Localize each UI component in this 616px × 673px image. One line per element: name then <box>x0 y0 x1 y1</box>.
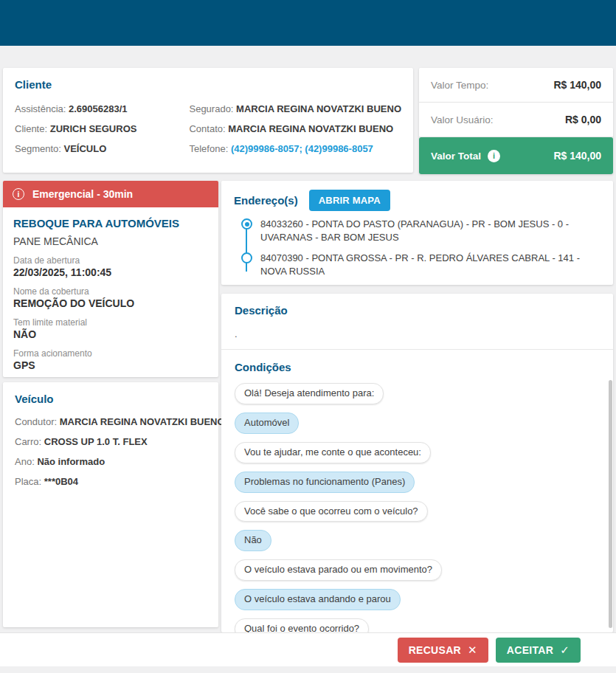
info-icon[interactable]: i <box>488 150 500 162</box>
recusar-button[interactable]: RECUSAR ✕ <box>398 638 488 663</box>
open-date-field: Data de abertura 22/03/2025, 11:00:45 <box>13 255 208 278</box>
section-divider <box>221 349 613 350</box>
material-limit-field: Tem limite material NÃO <box>13 317 208 340</box>
chat-answer-bubble: Automóvel <box>235 413 299 434</box>
plate-row: Placa: ***0B04 <box>15 472 207 491</box>
aceitar-button[interactable]: ACEITAR ✓ <box>496 638 581 663</box>
origin-marker-icon <box>241 218 252 229</box>
origin-address: 84033260 - PONTA DO PASTO (PARANAGUA) - … <box>260 218 601 244</box>
total-value-row: Valor Total i R$ 140,00 <box>419 137 613 174</box>
service-title: REBOQUE PARA AUTOMÓVEIS <box>13 217 208 229</box>
segment-row: Segmento: VEÍCULO <box>15 139 189 159</box>
chat-question-bubble: Qual foi o evento ocorrido? <box>235 618 369 632</box>
client-card-title: Cliente <box>15 78 401 91</box>
chat-answer-bubble: Problemas no funcionamento (Panes) <box>235 472 415 493</box>
scrollbar[interactable] <box>609 380 612 628</box>
chat-question-bubble: O veículo estava parado ou em movimento? <box>235 559 442 581</box>
description-conditions-card: Descrição . Condições Olá! Deseja atendi… <box>221 294 613 632</box>
destination-address: 84070390 - PONTA GROSSA - PR - R. PEDRO … <box>260 252 601 277</box>
chat-answer-bubble: O veículo estava andando e parou <box>235 589 401 610</box>
addresses-title: Endereço(s) <box>234 194 298 207</box>
trigger-mode-field: Forma acionamento GPS <box>13 348 208 371</box>
values-panel: Valor Tempo: R$ 140,00 Valor Usuário: R$… <box>419 68 613 174</box>
coverage-name-field: Nome da cobertura REMOÇÃO DO VEÍCULO <box>13 286 208 309</box>
contact-row: Contato: MARCIA REGINA NOVATZKI BUENO <box>189 119 401 139</box>
check-icon: ✓ <box>560 643 570 657</box>
conditions-chat: Olá! Deseja atendimento para: Automóvel … <box>235 383 600 632</box>
service-card: i Emergencial - 30min REBOQUE PARA AUTOM… <box>3 181 218 377</box>
client-name-row: Cliente: ZURICH SEGUROS <box>15 119 189 139</box>
user-value-row: Valor Usuário: R$ 0,00 <box>419 103 613 137</box>
year-row: Ano: Não informado <box>15 452 207 472</box>
priority-label: Emergencial - 30min <box>32 188 133 200</box>
total-label: Valor Total <box>431 151 481 162</box>
vehicle-card: Veículo Condutor: MARCIA REGINA NOVATZKI… <box>3 382 218 627</box>
chat-question-bubble: Vou te ajudar, me conte o que aconteceu: <box>235 442 431 463</box>
open-map-button[interactable]: ABRIR MAPA <box>309 190 390 211</box>
assistance-number-row: Assistência: 2.69056283/1 <box>15 99 189 119</box>
car-row: Carro: CROSS UP 1.0 T. FLEX <box>15 432 207 452</box>
conditions-title: Condições <box>235 361 600 373</box>
route-line <box>246 226 247 272</box>
phone-row: Telefone: (42)99986-8057; (42)99986-8057 <box>189 139 401 159</box>
phone-link[interactable]: (42)99986-8057; (42)99986-8057 <box>231 143 373 154</box>
total-amount: R$ 140,00 <box>553 150 601 162</box>
insured-row: Segurado: MARCIA REGINA NOVATZKI BUENO <box>189 99 401 119</box>
time-value-row: Valor Tempo: R$ 140,00 <box>419 68 613 103</box>
close-icon: ✕ <box>468 643 477 657</box>
action-bar: RECUSAR ✕ ACEITAR ✓ <box>0 632 616 666</box>
driver-row: Condutor: MARCIA REGINA NOVATZKI BUENO <box>15 412 207 432</box>
chat-question-bubble: Olá! Deseja atendimento para: <box>235 383 384 404</box>
addresses-card: Endereço(s) ABRIR MAPA 84033260 - PONTA … <box>221 181 613 285</box>
service-subtitle: PANE MECÂNICA <box>13 235 208 247</box>
vehicle-card-title: Veículo <box>15 393 207 405</box>
info-icon: i <box>13 188 24 200</box>
destination-marker-icon <box>241 252 252 263</box>
chat-answer-bubble: Não <box>235 530 271 551</box>
description-text: . <box>235 328 600 339</box>
top-header-bar <box>0 0 616 46</box>
description-title: Descrição <box>235 304 600 317</box>
chat-question-bubble: Você sabe o que ocorreu com o veículo? <box>235 501 428 522</box>
priority-banner: i Emergencial - 30min <box>3 181 218 207</box>
client-card: Cliente Assistência: 2.69056283/1 Client… <box>3 68 413 173</box>
